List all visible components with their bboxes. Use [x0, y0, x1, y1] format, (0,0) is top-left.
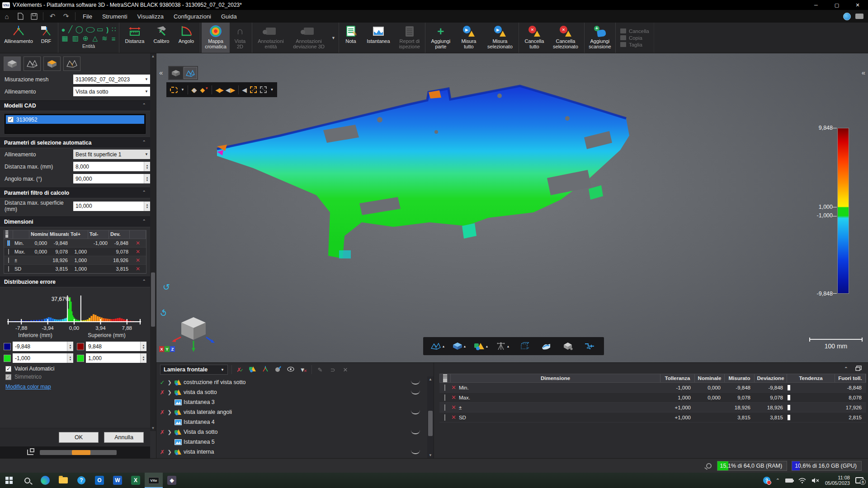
ribbon-allineamento[interactable]: Allineamento	[1, 23, 36, 53]
modifica-colormap-link[interactable]: Modifica color map	[5, 384, 51, 390]
taskbar-help-icon[interactable]: ?	[72, 473, 90, 488]
tray-help-icon[interactable]: ?	[763, 477, 770, 484]
mode-solid-colormap-button[interactable]	[43, 56, 61, 71]
tree-item[interactable]: Istantanea 4	[156, 417, 434, 427]
section-distribuzione-errore[interactable]: Distribuzione errore⌃	[0, 277, 150, 287]
min-value-input[interactable]: -9,848▲▼	[13, 342, 73, 351]
volume-select-button[interactable]	[558, 342, 578, 350]
tracker-display-button[interactable]: ▲	[493, 342, 513, 350]
cad-model-item[interactable]: 3130952	[6, 115, 144, 124]
ribbon-drf[interactable]: DRF	[36, 23, 57, 53]
dimension-row[interactable]: Min.0,000-9,848 -1,000-9,848 ✕	[4, 239, 146, 248]
tree-item[interactable]: ✗❯ Vista da sotto	[156, 427, 434, 437]
point-entity-icon[interactable]: ●	[61, 26, 65, 33]
view-selector-dropdown[interactable]: Lamiera frontale▼	[160, 365, 228, 375]
tree-item[interactable]: ✗❯ vista da sotto	[156, 387, 434, 397]
home-icon[interactable]: ⌂	[1, 12, 13, 21]
ribbon-calibro[interactable]: Calibro	[149, 23, 174, 53]
sphere-entity-icon[interactable]: ⊕	[83, 34, 89, 42]
taskbar-scanner-app-icon[interactable]: ◈	[163, 473, 181, 488]
menu-configurazioni[interactable]: Configurazioni	[169, 11, 216, 22]
taskbar-vxelements-icon[interactable]: VXe	[145, 473, 163, 488]
tree-item[interactable]: Istantanea 3	[156, 397, 434, 407]
cad-model-checkbox[interactable]	[8, 117, 14, 122]
keyboard-icon[interactable]	[855, 14, 863, 19]
low-tol-color-swatch[interactable]	[4, 355, 11, 362]
expand-chevron-icon[interactable]: ❯	[166, 380, 173, 385]
close-button[interactable]: ✕	[847, 0, 868, 10]
valori-automatici-checkbox[interactable]	[5, 366, 11, 372]
hierarchy-icon[interactable]	[27, 450, 33, 455]
ribbon-misura-selezionato[interactable]: ▶ Misura selezionato	[483, 23, 517, 53]
annotations-dropdown-arrow[interactable]: ▼	[330, 23, 337, 53]
notification-center-icon[interactable]: 8	[855, 477, 863, 483]
dimension-checkbox[interactable]	[8, 258, 9, 263]
alignment-dropdown[interactable]: Vista da sotto▼	[73, 87, 150, 96]
tree-item[interactable]: ✗❯ vista laterale angoli	[156, 407, 434, 417]
menu-guida[interactable]: Guida	[216, 11, 242, 22]
mode-mesh-button[interactable]	[24, 56, 41, 71]
expand-chevron-icon[interactable]: ❯	[166, 409, 173, 415]
section-parametri-selezione[interactable]: Parametri di selezione automatica⌃	[0, 137, 150, 148]
surface-distance-input[interactable]: 10,000▲▼	[73, 202, 150, 211]
tray-expand-chevron[interactable]: ⌃	[776, 478, 780, 483]
taskbar-search-button[interactable]	[18, 473, 36, 488]
ribbon-misura-tutto[interactable]: ▶ Misura tutto	[455, 23, 483, 53]
collapse-curve-icon[interactable]	[411, 390, 420, 394]
ribbon-distanza[interactable]: Distanza	[121, 23, 149, 53]
ribbon-mappa-cromatica[interactable]: Mappa cromatica	[202, 23, 230, 53]
view-cube[interactable]	[172, 314, 215, 352]
maximize-button[interactable]: ▢	[826, 0, 847, 10]
ribbon-cancella-tutto[interactable]: ✕ Cancella tutto	[520, 23, 548, 53]
panel-collapse-icon[interactable]: ⌃	[844, 366, 848, 372]
result-checkbox[interactable]	[444, 394, 445, 401]
tree-item[interactable]: ✓❯ costruzione rif vista sotto	[156, 377, 434, 387]
axes-filter-icon[interactable]	[261, 366, 270, 374]
save-icon[interactable]	[28, 12, 40, 21]
left-panel-scrollbar[interactable]: ▲ ▼	[150, 53, 156, 431]
annulla-button[interactable]: Annulla	[104, 432, 144, 443]
ribbon-aggiungi-parte[interactable]: + Aggiungi parte	[427, 23, 455, 53]
panel-popout-icon[interactable]	[855, 365, 862, 373]
rectangle-entity-icon[interactable]: ▭	[97, 25, 103, 33]
max-value-input[interactable]: 9,848▲▼	[86, 342, 146, 351]
collapse-curve-icon[interactable]	[411, 450, 420, 454]
result-checkbox[interactable]	[444, 385, 445, 391]
high-tol-color-swatch[interactable]	[77, 355, 84, 362]
plane-entity-icon[interactable]: ▦	[62, 34, 68, 42]
ribbon-angolo[interactable]: Angolo	[174, 23, 198, 53]
collapse-curve-icon[interactable]	[411, 380, 420, 385]
taskbar-word-icon[interactable]: W	[108, 473, 127, 488]
delete-dimension-icon[interactable]: ✕	[130, 257, 146, 263]
min-color-swatch[interactable]	[4, 343, 11, 350]
section-dimensioni[interactable]: Dimensioni⌃	[0, 216, 150, 227]
clipping-plane-button[interactable]	[536, 342, 556, 350]
entities-filter-icon[interactable]	[248, 366, 257, 374]
expand-chevron-icon[interactable]: ❯	[166, 389, 173, 395]
taskbar-clock[interactable]: 11:0805/05/2023	[825, 475, 850, 486]
connection-globe-icon[interactable]	[843, 13, 851, 20]
new-file-icon[interactable]	[14, 12, 26, 21]
pass-fail-filter-icon[interactable]: ✗✓	[236, 366, 245, 373]
arc-entity-icon[interactable]: )	[106, 26, 108, 33]
ok-button[interactable]: OK	[59, 432, 99, 443]
wifi-icon[interactable]	[798, 478, 806, 483]
sel-alignment-dropdown[interactable]: Best fit superficie 1▼	[73, 150, 150, 159]
filter-clear-icon[interactable]: ▼✕	[299, 366, 308, 373]
start-button[interactable]	[0, 473, 18, 488]
tree-item[interactable]: Istantanea 5	[156, 437, 434, 447]
tree-scrollbar-thumb[interactable]	[428, 411, 433, 436]
max-distance-input[interactable]: 8,000▲▼	[73, 162, 150, 171]
cylinder-entity-icon[interactable]: ▥	[72, 34, 79, 42]
3d-viewport[interactable]: « « ▼ ◆◆ ◆▼ ◀▶ ◀▶ ◀ ⤢	[156, 53, 868, 362]
ribbon-aggiungi-scansione[interactable]: + Aggiungi scansione	[586, 23, 614, 53]
layers-entity-icon[interactable]: ≡	[112, 35, 116, 42]
result-row[interactable]: ✕Min. -1,0000,000-9,848-9,848 -8,848	[439, 383, 866, 393]
progress-slider[interactable]	[40, 450, 117, 455]
minimize-button[interactable]: ─	[806, 0, 826, 10]
undo-icon[interactable]: ↶	[47, 12, 58, 21]
bounding-box-button[interactable]	[514, 342, 534, 350]
rotate-view-icon[interactable]: ↺	[163, 282, 170, 292]
redo-icon[interactable]: ↷	[60, 12, 72, 21]
result-checkbox[interactable]	[444, 404, 445, 411]
